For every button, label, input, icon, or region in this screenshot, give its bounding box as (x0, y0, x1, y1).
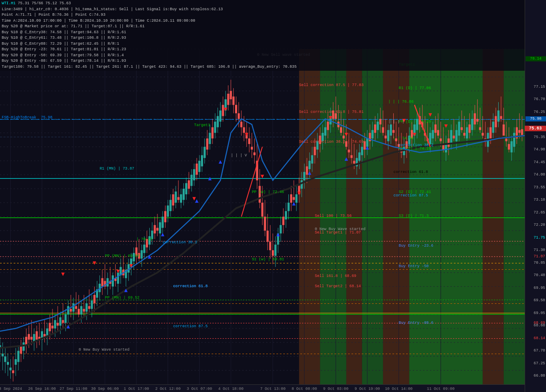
price-label: 76.25 (534, 110, 545, 114)
price-label: 72.65 (534, 210, 545, 215)
time-label: 1 Oct 17:00 (124, 387, 149, 391)
price-label: 73.10 (534, 198, 545, 202)
price-label: 76.70 (534, 97, 545, 101)
time-label: 4 Oct 18:00 (218, 387, 243, 391)
price-label: 67.25 (534, 361, 545, 366)
price-label: 74.45 (534, 160, 545, 164)
time-label: 2 Oct 12:00 (155, 387, 180, 391)
price-label: 69.05 (534, 311, 545, 315)
chart-container: WTI.H1 75.31 75/66 75.12 75.63 Line:3489… (0, 0, 546, 392)
price-label: 71.30 (534, 248, 545, 252)
time-label: 8 Sep 2024 (0, 387, 22, 391)
info-line-10: Buy %20 @ Entry -88: 67.59 || Target:78.… (2, 58, 523, 64)
time-label: 26 Sep 16:00 (28, 387, 56, 391)
info-line-4: Buy %20 @ Market price or at: 71.71 || T… (2, 24, 523, 30)
price-label: 70.40 (534, 273, 545, 277)
price-label: 69.50 (534, 298, 545, 303)
price-label: 74.90 (534, 147, 545, 152)
price-label: 75.35 (534, 135, 545, 139)
time-label: 9 Oct 19:00 (354, 387, 380, 391)
time-label: 30 Sep 06:00 (91, 387, 119, 391)
price-label: 66.80 (534, 374, 545, 378)
price-label: 67.70 (534, 349, 545, 353)
price-label: 77.15 (534, 85, 545, 89)
info-line-8: Buy %20 @ Entry -23: 70.61 || Target:81.… (2, 47, 523, 53)
time-label: 27 Sep 11:00 (60, 387, 87, 391)
time-label: 10 Oct 14:00 (385, 387, 412, 391)
current-price-box: 75.63 (525, 126, 546, 131)
time-label: 8 Oct 08:00 (292, 387, 317, 391)
price-label: 68.60 (534, 323, 545, 328)
fsb-price-box: 75.98 (526, 116, 546, 121)
info-line-9: Buy %20 @ Entry -50: 69.39 || Target:79.… (2, 53, 523, 59)
info-line-2: Point A:71.71 | Point B:76.36 | Point C:… (2, 12, 523, 18)
price-label: 69.95 (534, 286, 545, 290)
price-scale: 78.1477.1576.7076.2575.9875.6375.3574.90… (525, 0, 546, 392)
title-line: WTI.H1 75.31 75/66 75.12 75.63 (2, 1, 523, 7)
time-scale: 8 Sep 202426 Sep 16:0027 Sep 11:0030 Sep… (0, 384, 525, 392)
info-line-7: Buy %10 @ C_Entry88: 72.29 || Target:62.… (2, 41, 523, 47)
info-line-1: Line:3489 | h1_atr_c0: 0.4036 | h1_tema_… (2, 7, 523, 13)
time-label: 7 Oct 13:00 (260, 387, 285, 391)
info-line-3: Time A:2024.10.09 17:00:00 | Time B:2024… (2, 18, 523, 24)
top-price-box: 78.14 (526, 56, 546, 61)
ohlc: 75.31 75/66 75.12 75.63 (18, 1, 71, 6)
price-label: 70.85 (534, 261, 545, 265)
price-label: 68.14 (534, 336, 545, 340)
price-label: 74.00 (534, 173, 545, 177)
price-label: 73.55 (534, 185, 545, 190)
time-label: 3 Oct 07:00 (187, 387, 212, 391)
info-line-5: Buy %10 @ C_Entry38: 74.58 || Target:94.… (2, 30, 523, 36)
info-line-11: Target100: 79.58 || Target 161: 82.45 ||… (2, 64, 523, 70)
price-label: 72.20 (534, 223, 545, 227)
symbol: WTI.H1 (2, 1, 15, 6)
price-label: 71.75 (534, 236, 545, 240)
time-label: 11 Oct 09:00 (427, 387, 455, 391)
time-label: 9 Oct 03:00 (323, 387, 348, 391)
info-panel: WTI.H1 75.31 75/66 75.12 75.63 Line:3489… (0, 0, 525, 71)
info-line-6: Buy %10 @ C_Entry61: 73.48 || Target:106… (2, 35, 523, 41)
price-label: 71.07 (534, 254, 545, 259)
